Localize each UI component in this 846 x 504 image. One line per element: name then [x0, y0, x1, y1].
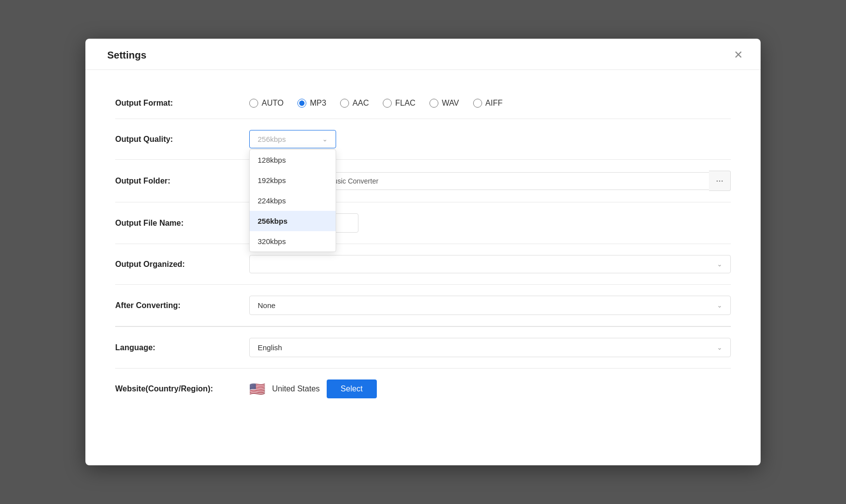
quality-dropdown-wrapper: 256kbps ⌄ 128kbps 192kbps 224kbps 256kbp…: [249, 130, 336, 148]
output-filename-row: Output File Name:: [115, 202, 731, 244]
language-label: Language:: [115, 343, 249, 352]
output-organized-label: Output Organized:: [115, 260, 249, 269]
chevron-down-icon-converting: ⌄: [717, 302, 722, 309]
format-wav-radio[interactable]: [429, 99, 438, 108]
format-flac[interactable]: FLAC: [383, 99, 416, 108]
output-organized-wrapper: ⌄: [249, 255, 731, 273]
quality-option-320[interactable]: 320kbps: [250, 231, 336, 252]
format-auto-label: AUTO: [262, 99, 283, 108]
folder-browse-button[interactable]: ···: [709, 171, 731, 191]
output-format-options: AUTO MP3 AAC FLAC WAV: [249, 99, 731, 108]
website-row: Website(Country/Region): 🇺🇸 United State…: [115, 369, 731, 409]
select-country-button[interactable]: Select: [327, 379, 376, 398]
format-aac[interactable]: AAC: [340, 99, 369, 108]
format-aac-label: AAC: [352, 99, 369, 108]
format-mp3[interactable]: MP3: [297, 99, 326, 108]
output-filename-label: Output File Name:: [115, 219, 249, 228]
output-organized-row: Output Organized: ⌄: [115, 244, 731, 285]
settings-content: Output Format: AUTO MP3 AAC FLAC: [85, 70, 761, 429]
chevron-down-icon: ⌄: [322, 135, 328, 143]
format-mp3-label: MP3: [310, 99, 326, 108]
chevron-down-icon-language: ⌄: [717, 344, 722, 351]
language-wrapper: English ⌄: [249, 338, 731, 357]
language-dropdown[interactable]: English ⌄: [249, 338, 731, 357]
format-mp3-radio[interactable]: [297, 99, 306, 108]
output-quality-label: Output Quality:: [115, 135, 249, 144]
after-converting-value: None: [258, 301, 276, 310]
format-auto-radio[interactable]: [249, 99, 258, 108]
format-wav[interactable]: WAV: [429, 99, 459, 108]
chevron-down-icon-organized: ⌄: [717, 260, 722, 268]
format-aiff[interactable]: AIFF: [473, 99, 503, 108]
output-folder-row: Output Folder: ···: [115, 160, 731, 202]
after-converting-label: After Converting:: [115, 301, 249, 310]
quality-dropdown-menu: 128kbps 192kbps 224kbps 256kbps 320kbps: [249, 149, 336, 252]
output-quality-control: 256kbps ⌄ 128kbps 192kbps 224kbps 256kbp…: [249, 130, 731, 148]
quality-dropdown-button[interactable]: 256kbps ⌄: [249, 130, 336, 148]
output-organized-dropdown[interactable]: ⌄: [249, 255, 731, 273]
output-folder-label: Output Folder:: [115, 177, 249, 186]
format-aiff-label: AIFF: [486, 99, 503, 108]
quality-selected-value: 256kbps: [258, 135, 286, 143]
format-aac-radio[interactable]: [340, 99, 349, 108]
language-value: English: [258, 343, 282, 352]
country-flag: 🇺🇸: [249, 382, 265, 395]
quality-option-224[interactable]: 224kbps: [250, 190, 336, 211]
quality-option-128[interactable]: 128kbps: [250, 150, 336, 170]
after-converting-wrapper: None ⌄: [249, 296, 731, 315]
output-quality-row: Output Quality: 256kbps ⌄ 128kbps 192kbp…: [115, 119, 731, 160]
after-converting-row: After Converting: None ⌄: [115, 285, 731, 326]
output-format-label: Output Format:: [115, 99, 249, 108]
title-bar: Settings ✕: [85, 39, 761, 70]
format-flac-radio[interactable]: [383, 99, 392, 108]
settings-window: Settings ✕ Output Format: AUTO MP3 AAC: [85, 39, 761, 465]
website-label: Website(Country/Region):: [115, 384, 249, 393]
language-row: Language: English ⌄: [115, 327, 731, 369]
format-wav-label: WAV: [442, 99, 459, 108]
after-converting-dropdown[interactable]: None ⌄: [249, 296, 731, 315]
output-format-row: Output Format: AUTO MP3 AAC FLAC: [115, 88, 731, 119]
country-name: United States: [272, 384, 320, 393]
format-flac-label: FLAC: [395, 99, 416, 108]
quality-option-256[interactable]: 256kbps: [250, 211, 336, 231]
format-aiff-radio[interactable]: [473, 99, 482, 108]
country-content: 🇺🇸 United States Select: [249, 379, 377, 398]
window-title: Settings: [107, 50, 146, 61]
format-auto[interactable]: AUTO: [249, 99, 283, 108]
quality-option-192[interactable]: 192kbps: [250, 170, 336, 190]
close-button[interactable]: ✕: [730, 48, 747, 63]
